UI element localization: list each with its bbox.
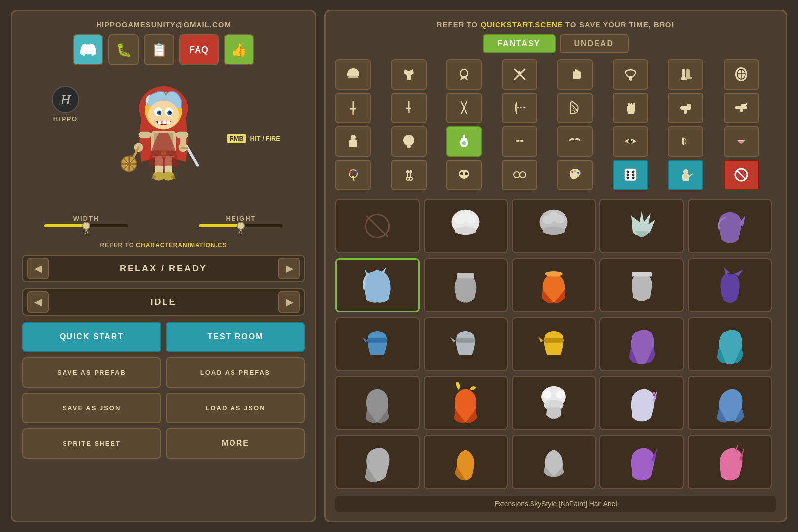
item-hair-orange-short[interactable] [424, 435, 508, 489]
anim2-next-button[interactable]: ▶ [278, 291, 300, 313]
icon-gun[interactable] [668, 93, 703, 123]
icon-ban[interactable] [724, 160, 759, 190]
thumb-button[interactable]: 👍 [224, 34, 254, 65]
item-hair-silver-headband[interactable] [424, 317, 508, 371]
icon-bottle[interactable] [446, 126, 482, 157]
item-hair-purple-cut[interactable] [688, 258, 772, 312]
icon-head[interactable] [391, 126, 427, 157]
icon-mustache[interactable] [502, 126, 537, 157]
width-value: - 0 - [81, 229, 91, 236]
icon-dual-swords[interactable] [446, 93, 482, 123]
svg-point-77 [355, 171, 358, 174]
bug-button[interactable]: 🐛 [108, 34, 139, 65]
item-hair-gray-bang[interactable] [424, 258, 508, 312]
tab-fantasy[interactable]: FANTASY [483, 34, 555, 53]
anim2-prev-button[interactable]: ◀ [27, 291, 49, 313]
item-hair-afro-white[interactable] [424, 199, 508, 253]
sprite-sheet-button[interactable]: SPRITE SHEET [22, 428, 161, 459]
more-button[interactable]: MORE [166, 428, 305, 459]
icon-crossed-swords[interactable] [502, 59, 537, 90]
svg-point-98 [632, 177, 634, 179]
load-prefab-button[interactable]: LOAD AS PREFAB [166, 357, 305, 388]
icon-earring[interactable] [391, 160, 427, 190]
rmb-label: RMB HIT / FIRE [227, 135, 280, 142]
svg-rect-9 [158, 121, 161, 124]
icon-mask[interactable] [446, 160, 482, 190]
item-hair-yellow-headband[interactable] [512, 317, 596, 371]
faq-button[interactable]: FAQ [179, 34, 219, 65]
svg-point-126 [654, 395, 656, 398]
quick-start-button[interactable]: QUICK START [22, 322, 161, 352]
svg-rect-117 [632, 272, 652, 277]
item-hair-blue-headband[interactable] [335, 317, 420, 371]
icon-dice[interactable] [613, 160, 648, 190]
svg-point-125 [652, 392, 655, 394]
test-room-button[interactable]: TEST ROOM [166, 322, 305, 352]
icon-glove[interactable] [613, 93, 648, 123]
svg-point-101 [683, 169, 688, 174]
icon-round-shield[interactable] [724, 59, 759, 90]
icon-harp[interactable] [557, 93, 593, 123]
icon-lips[interactable] [724, 126, 759, 157]
svg-line-59 [572, 110, 576, 112]
item-hair-pink-spiky[interactable] [688, 435, 772, 489]
icon-boots[interactable] [668, 59, 703, 90]
icon-rifle[interactable] [724, 93, 759, 123]
icon-paint[interactable] [335, 160, 371, 190]
icon-armor[interactable] [391, 59, 427, 90]
svg-rect-41 [686, 69, 690, 77]
item-hair-silver-leaves[interactable] [599, 199, 684, 253]
item-hair-orange-fire[interactable] [424, 376, 508, 430]
item-hair-teal-long[interactable] [688, 317, 772, 371]
svg-point-2 [148, 101, 179, 130]
icon-dagger[interactable] [391, 93, 427, 123]
item-hair-flat-silver[interactable] [599, 258, 684, 312]
icon-eye[interactable] [613, 126, 648, 157]
discord-button[interactable] [73, 34, 103, 65]
icon-row-3 [335, 126, 776, 157]
width-slider-group: WIDTH - 0 - [37, 215, 135, 236]
svg-point-79 [406, 170, 409, 173]
icon-necklace[interactable] [613, 59, 648, 90]
item-hair-gray-long[interactable] [335, 435, 420, 489]
load-json-button[interactable]: LOAD AS JSON [166, 393, 305, 423]
icon-body[interactable] [335, 126, 371, 157]
icon-eyebrows[interactable] [557, 126, 593, 157]
save-json-button[interactable]: SAVE AS JSON [22, 393, 161, 423]
item-hair-gray-messy[interactable] [335, 376, 420, 430]
svg-rect-16 [139, 132, 151, 138]
left-panel: HIPPOGAMESUNITY@GMAIL.COM 🐛 📋 FAQ 👍 H HI… [11, 10, 316, 522]
width-track[interactable] [44, 224, 128, 227]
item-hair-gray-bob[interactable] [512, 435, 596, 489]
icon-glasses[interactable] [502, 160, 537, 190]
item-hair-purple[interactable] [688, 199, 772, 253]
icon-fight[interactable] [668, 160, 703, 190]
item-hair-blue-ariel[interactable] [335, 258, 420, 312]
item-hair-purple-anime2[interactable] [599, 435, 684, 489]
icon-sword[interactable] [335, 93, 371, 123]
anim1-prev-button[interactable]: ◀ [27, 258, 49, 279]
item-hair-purple-long[interactable] [599, 317, 684, 371]
item-hair-afro-gray[interactable] [512, 199, 596, 253]
svg-point-72 [462, 141, 466, 145]
svg-point-97 [626, 177, 629, 179]
item-no-hair[interactable] [335, 199, 420, 253]
save-prefab-button[interactable]: SAVE AS PREFAB [22, 357, 161, 388]
item-hair-orange-gradient[interactable] [512, 258, 596, 312]
top-buttons: 🐛 📋 FAQ 👍 [73, 34, 254, 65]
icon-hand[interactable] [557, 59, 593, 90]
item-hair-white-puff[interactable] [512, 376, 596, 430]
tab-undead[interactable]: UNDEAD [560, 34, 629, 53]
icon-helmet[interactable] [335, 59, 371, 90]
svg-point-84 [465, 172, 468, 175]
anim1-next-button[interactable]: ▶ [278, 258, 300, 279]
height-label: HEIGHT [226, 215, 256, 222]
icon-shield-hand[interactable] [446, 59, 482, 90]
item-hair-white-purple[interactable] [599, 376, 684, 430]
item-hair-blue-anime[interactable] [688, 376, 772, 430]
icon-bow[interactable] [502, 93, 537, 123]
clipboard-button[interactable]: 📋 [144, 34, 174, 65]
icon-palette[interactable] [557, 160, 593, 190]
icon-ear[interactable] [668, 126, 703, 157]
height-track[interactable] [199, 224, 283, 227]
